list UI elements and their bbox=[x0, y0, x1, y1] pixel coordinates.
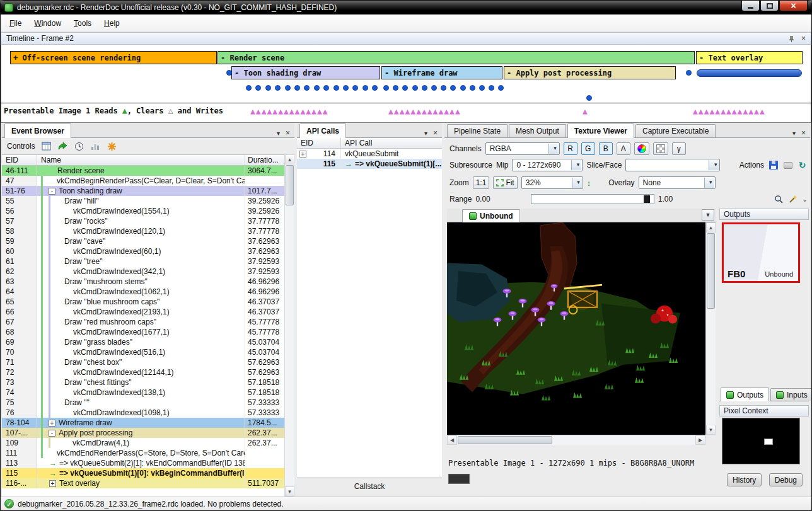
event-row[interactable]: 76vkCmdDrawIndexed(1098,1)57.33333 bbox=[2, 408, 284, 418]
draw-call-dot[interactable] bbox=[422, 85, 427, 91]
event-row[interactable]: 69Draw "grass blades"45.03704 bbox=[2, 337, 284, 347]
draw-call-dot[interactable] bbox=[362, 85, 368, 91]
collapse-icon[interactable]: - bbox=[49, 430, 55, 437]
api-call-row[interactable]: 115→=> vkQueueSubmit(1)[... bbox=[297, 159, 442, 169]
background-checker-button[interactable] bbox=[653, 142, 668, 155]
range-max-value[interactable]: 1.00 bbox=[658, 195, 673, 204]
green-channel-button[interactable]: G bbox=[581, 142, 595, 155]
event-row[interactable]: 107-...-Apply post processing262.37... bbox=[2, 428, 284, 438]
event-row[interactable]: 46-111Render scene3064.7... bbox=[2, 166, 284, 176]
event-row[interactable]: 64vkCmdDrawIndexed(1062,1)46.96296 bbox=[2, 287, 284, 297]
red-channel-button[interactable]: R bbox=[564, 142, 577, 155]
draw-call-dot[interactable] bbox=[489, 85, 494, 91]
zoom-fit-button[interactable]: Fit bbox=[493, 176, 517, 189]
write-marker-icons[interactable]: ▲▲▲▲▲▲▲▲▲▲▲▲▲ bbox=[388, 106, 461, 116]
tab-unbound-texture[interactable]: Unbound bbox=[462, 209, 520, 222]
draw-call-dot[interactable] bbox=[479, 85, 485, 91]
draw-call-dot[interactable] bbox=[412, 85, 418, 91]
event-row[interactable]: 70vkCmdDrawIndexed(516,1)45.03704 bbox=[2, 347, 284, 357]
bookmark-icon[interactable] bbox=[107, 141, 117, 152]
gamma-button[interactable]: γ bbox=[672, 142, 686, 155]
timeline[interactable]: Presentable Image 1 Reads ▲, Clears △ an… bbox=[1, 45, 811, 123]
fb0-thumbnail[interactable]: FB0 Unbound bbox=[722, 222, 800, 283]
panel-close-icon[interactable]: × bbox=[801, 129, 806, 137]
tab-outputs[interactable]: Outputs bbox=[721, 388, 769, 401]
event-row[interactable]: 57Draw "rocks"37.77778 bbox=[2, 216, 284, 226]
tab-pipeline-state[interactable]: Pipeline State bbox=[447, 124, 508, 137]
event-row[interactable]: 47vkCmdBeginRenderPass(C=Clear, D=Clear,… bbox=[2, 176, 284, 186]
event-row[interactable]: 55Draw "hill"39.25926 bbox=[2, 196, 284, 206]
draw-call-dot[interactable] bbox=[586, 95, 592, 101]
scroll-up-icon[interactable]: ▲ bbox=[285, 154, 294, 164]
select-columns-icon[interactable] bbox=[41, 141, 52, 152]
api-table-header[interactable]: EID API Call bbox=[297, 138, 442, 149]
tab-mesh-output[interactable]: Mesh Output bbox=[509, 124, 566, 137]
draw-call-dot[interactable] bbox=[275, 85, 281, 91]
timeline-marker-bar[interactable]: - Wireframe draw bbox=[381, 66, 502, 79]
autofit-wand-icon[interactable] bbox=[788, 194, 799, 205]
event-row[interactable]: 111vkCmdEndRenderPass(C=Store, D=Store, … bbox=[2, 448, 284, 458]
tab-event-browser[interactable]: Event Browser bbox=[4, 123, 71, 138]
texture-list-dropdown[interactable]: ▼ bbox=[702, 209, 714, 221]
draw-call-dot[interactable] bbox=[314, 85, 320, 91]
stats-icon[interactable] bbox=[90, 141, 101, 152]
event-row[interactable]: 113→=> vkQueueSubmit(2)[1]: vkEndCommand… bbox=[2, 458, 284, 468]
draw-call-dot[interactable] bbox=[334, 85, 339, 91]
draw-call-dot[interactable] bbox=[285, 85, 291, 91]
draw-call-dot[interactable] bbox=[255, 85, 261, 91]
event-row[interactable]: 61Draw "tree"37.92593 bbox=[2, 256, 284, 267]
draw-call-dot[interactable] bbox=[498, 85, 504, 91]
write-marker-icons[interactable]: ▲ bbox=[583, 106, 588, 116]
event-row[interactable]: 63Draw "mushroom stems"46.96296 bbox=[2, 277, 284, 287]
save-icon[interactable] bbox=[768, 160, 779, 171]
debug-button[interactable]: Debug bbox=[769, 473, 803, 486]
refresh-icon[interactable]: ↻ bbox=[797, 160, 808, 171]
column-eid[interactable]: EID bbox=[297, 138, 341, 148]
panel-close-icon[interactable]: × bbox=[286, 129, 290, 137]
event-row[interactable]: 59Draw "cave"37.62963 bbox=[2, 236, 284, 246]
draw-call-dot[interactable] bbox=[352, 85, 358, 91]
event-row[interactable]: 51-76-Toon shading draw1017.7... bbox=[2, 186, 284, 196]
flip-y-icon[interactable]: ↕ bbox=[587, 178, 591, 188]
event-browser-scrollbar[interactable]: ▲ ▼ bbox=[284, 154, 294, 497]
tab-inputs[interactable]: Inputs bbox=[770, 388, 812, 401]
callstack-section[interactable]: Callstack bbox=[297, 478, 442, 497]
color-wheel-button[interactable] bbox=[634, 142, 649, 155]
panel-menu-icon[interactable]: ▾ bbox=[792, 130, 796, 137]
export-icon[interactable] bbox=[57, 141, 68, 152]
column-api-call[interactable]: API Call bbox=[341, 138, 442, 148]
menu-tools[interactable]: Tools bbox=[67, 16, 98, 30]
draw-call-dot[interactable] bbox=[470, 85, 475, 91]
event-row[interactable]: 73Draw "chest fittings"57.18518 bbox=[2, 377, 284, 388]
texture-vertical-scrollbar[interactable]: ▲ ▼ bbox=[705, 222, 716, 435]
event-row[interactable]: 72vkCmdDrawIndexed(12144,1)57.62963 bbox=[2, 367, 284, 377]
event-row[interactable]: 56vkCmdDrawIndexed(1554,1)39.25926 bbox=[2, 206, 284, 216]
scroll-down-icon[interactable]: ▼ bbox=[706, 425, 716, 435]
range-min-value[interactable]: 0.00 bbox=[475, 195, 490, 204]
expand-icon[interactable]: + bbox=[299, 151, 306, 158]
expand-icon[interactable]: + bbox=[49, 420, 55, 427]
toolbar-overflow-icon[interactable]: ⌄ bbox=[803, 196, 808, 203]
event-row[interactable]: 115→=> vkQueueSubmit(1)[0]: vkBeginComma… bbox=[2, 468, 284, 478]
event-table-header[interactable]: EID Name Duratio... bbox=[2, 155, 284, 166]
texture-display[interactable] bbox=[447, 222, 705, 435]
column-eid[interactable]: EID bbox=[2, 155, 37, 165]
draw-call-dot[interactable] bbox=[343, 85, 349, 91]
draw-call-dot[interactable] bbox=[431, 85, 437, 91]
slice-face-select[interactable] bbox=[625, 159, 720, 171]
mip-select[interactable]: 0 - 1272x690 bbox=[512, 159, 583, 171]
draw-call-dot[interactable] bbox=[686, 70, 692, 76]
event-row[interactable]: 78-104+Wireframe draw1784.5... bbox=[2, 418, 284, 428]
draw-call-dot[interactable] bbox=[402, 85, 408, 91]
pin-icon[interactable] bbox=[788, 35, 795, 42]
zoom-1to1-button[interactable]: 1:1 bbox=[473, 176, 490, 189]
event-row[interactable]: 74vkCmdDrawIndexed(138,1)57.18518 bbox=[2, 388, 284, 398]
write-marker-icons[interactable]: ▲▲▲▲▲▲▲▲▲▲▲▲▲▲ bbox=[250, 106, 328, 116]
event-row[interactable]: 109vkCmdDraw(4,1)262.37... bbox=[2, 438, 284, 448]
draw-call-dot[interactable] bbox=[265, 85, 271, 91]
maximize-button[interactable] bbox=[760, 1, 779, 11]
draw-call-span[interactable] bbox=[697, 69, 802, 77]
range-slider[interactable] bbox=[531, 194, 654, 204]
timeline-marker-bar[interactable]: - Toon shading draw bbox=[231, 66, 380, 79]
minimize-button[interactable] bbox=[741, 1, 760, 11]
